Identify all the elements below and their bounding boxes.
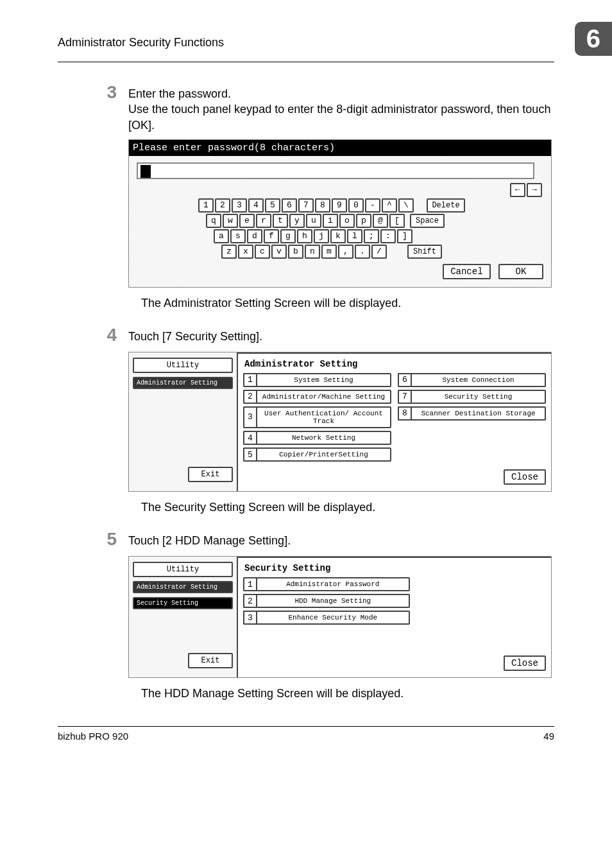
exit-button[interactable]: Exit xyxy=(188,467,233,482)
administrator-setting-tab[interactable]: Administrator Setting xyxy=(133,377,233,389)
utility-tab[interactable]: Utility xyxy=(133,358,233,373)
option-security-setting[interactable]: 7 Security Setting xyxy=(398,390,546,404)
option-enhance-security-mode[interactable]: 3 Enhance Security Mode xyxy=(243,611,410,625)
key[interactable]: a xyxy=(214,229,229,243)
page-footer: bizhub PRO 920 49 xyxy=(58,726,554,742)
step-4: 4 Touch [7 Security Setting]. xyxy=(58,326,554,345)
key[interactable]: z xyxy=(221,245,237,259)
option-system-connection[interactable]: 6 System Connection xyxy=(398,373,546,387)
key[interactable]: v xyxy=(271,245,287,259)
key[interactable]: 2 xyxy=(215,198,230,213)
key[interactable]: ; xyxy=(364,229,379,243)
panel-title: Administrator Setting xyxy=(244,359,546,369)
key[interactable]: c xyxy=(255,245,270,259)
step-number: 3 xyxy=(58,83,128,133)
key[interactable]: y xyxy=(289,214,305,228)
key[interactable]: 1 xyxy=(198,198,214,213)
key[interactable]: 7 xyxy=(298,198,314,213)
key[interactable]: 0 xyxy=(348,198,364,213)
shift-key[interactable]: Shift xyxy=(407,245,442,259)
key[interactable]: . xyxy=(355,245,370,259)
password-title-bar: Please enter password(8 characters) xyxy=(129,140,551,156)
arrow-left-key[interactable]: ← xyxy=(510,183,525,197)
password-input-field[interactable] xyxy=(137,162,534,179)
space-key[interactable]: Space xyxy=(410,214,445,228)
key[interactable]: 3 xyxy=(232,198,247,213)
option-user-auth-account-track[interactable]: 3 User Authentication/ Account Track xyxy=(243,406,391,428)
chapter-number: 6 xyxy=(575,22,612,56)
header-title: Administrator Security Functions xyxy=(58,36,224,49)
key[interactable]: / xyxy=(371,245,387,259)
key[interactable]: 6 xyxy=(282,198,297,213)
key[interactable]: u xyxy=(306,214,321,228)
exit-button[interactable]: Exit xyxy=(188,653,233,668)
key[interactable]: [ xyxy=(389,214,405,228)
key[interactable]: l xyxy=(347,229,362,243)
key[interactable]: o xyxy=(339,214,355,228)
admin-setting-figure: Utility Administrator Setting Exit Admin… xyxy=(128,352,552,492)
administrator-setting-tab[interactable]: Administrator Setting xyxy=(133,581,233,593)
key[interactable]: q xyxy=(206,214,221,228)
step-body: Touch [7 Security Setting]. xyxy=(128,326,554,345)
close-button[interactable]: Close xyxy=(504,655,546,671)
security-setting-figure: Utility Administrator Setting Security S… xyxy=(128,556,552,678)
step-number: 5 xyxy=(58,530,128,550)
key[interactable]: : xyxy=(380,229,396,243)
step-line: Use the touch panel keypad to enter the … xyxy=(128,101,554,133)
key[interactable]: j xyxy=(314,229,329,243)
key[interactable]: ^ xyxy=(382,198,397,213)
footer-page-number: 49 xyxy=(543,731,554,742)
key[interactable]: i xyxy=(323,214,338,228)
password-screen-figure: Please enter password(8 characters) ← → … xyxy=(128,139,552,288)
key[interactable]: f xyxy=(264,229,279,243)
key[interactable]: n xyxy=(305,245,320,259)
security-setting-tab[interactable]: Security Setting xyxy=(133,597,233,609)
caption: The Administrator Setting Screen will be… xyxy=(58,297,554,310)
key[interactable]: , xyxy=(338,245,353,259)
key[interactable]: b xyxy=(288,245,303,259)
close-button[interactable]: Close xyxy=(504,469,546,485)
utility-tab[interactable]: Utility xyxy=(133,562,233,577)
key[interactable]: - xyxy=(365,198,380,213)
step-line: Enter the password. xyxy=(128,86,554,101)
key[interactable]: m xyxy=(321,245,337,259)
key[interactable]: \ xyxy=(398,198,414,213)
key[interactable]: 8 xyxy=(315,198,330,213)
key[interactable]: p xyxy=(356,214,371,228)
ok-button[interactable]: OK xyxy=(498,264,543,279)
option-network-setting[interactable]: 4 Network Setting xyxy=(243,431,391,445)
key[interactable]: d xyxy=(247,229,262,243)
key[interactable]: 4 xyxy=(248,198,264,213)
page-header: Administrator Security Functions 6 xyxy=(58,26,554,62)
panel-title: Security Setting xyxy=(244,563,546,573)
key[interactable]: w xyxy=(223,214,238,228)
option-hdd-manage-setting[interactable]: 2 HDD Manage Setting xyxy=(243,594,410,608)
arrow-right-key[interactable]: → xyxy=(527,183,542,197)
option-copier-printer-setting[interactable]: 5 Copier/PrinterSetting xyxy=(243,447,391,462)
key[interactable]: 5 xyxy=(265,198,280,213)
footer-left: bizhub PRO 920 xyxy=(58,731,128,742)
key[interactable]: ] xyxy=(397,229,412,243)
step-5: 5 Touch [2 HDD Manage Setting]. xyxy=(58,530,554,550)
option-admin-machine-setting[interactable]: 2 Administrator/Machine Setting xyxy=(243,390,391,404)
caption: The HDD Manage Setting Screen will be di… xyxy=(58,687,554,700)
caption: The Security Setting Screen will be disp… xyxy=(58,501,554,514)
cancel-button[interactable]: Cancel xyxy=(443,264,490,279)
key[interactable]: x xyxy=(238,245,253,259)
key[interactable]: k xyxy=(330,229,346,243)
key[interactable]: s xyxy=(230,229,246,243)
option-system-setting[interactable]: 1 System Setting xyxy=(243,373,391,387)
key[interactable]: r xyxy=(256,214,271,228)
step-3: 3 Enter the password. Use the touch pane… xyxy=(58,83,554,133)
step-number: 4 xyxy=(58,326,128,345)
key[interactable]: t xyxy=(273,214,288,228)
text-cursor xyxy=(140,165,151,178)
key[interactable]: @ xyxy=(373,214,388,228)
delete-key[interactable]: Delete xyxy=(427,198,465,213)
key[interactable]: h xyxy=(297,229,312,243)
option-scanner-destination-storage[interactable]: 8 Scanner Destination Storage xyxy=(398,406,546,421)
key[interactable]: g xyxy=(280,229,296,243)
key[interactable]: 9 xyxy=(332,198,347,213)
option-administrator-password[interactable]: 1 Administrator Password xyxy=(243,577,410,591)
key[interactable]: e xyxy=(239,214,255,228)
